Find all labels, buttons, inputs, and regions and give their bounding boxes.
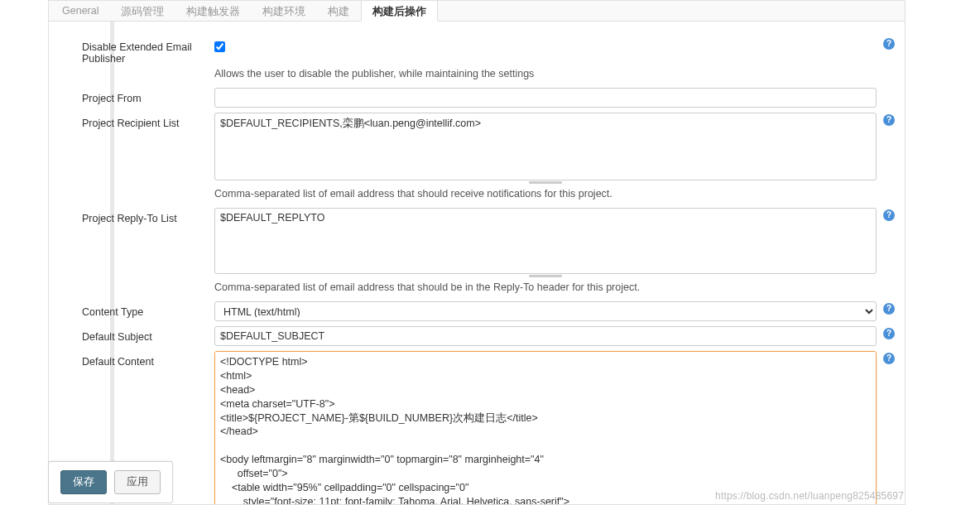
help-icon[interactable] [883, 353, 895, 364]
help-icon[interactable] [883, 114, 895, 126]
recipient-list-label: Project Recipient List [49, 113, 214, 129]
tab-build[interactable]: 构建 [317, 1, 361, 21]
help-icon[interactable] [883, 209, 895, 221]
watermark-text: https://blog.csdn.net/luanpeng825485697 [715, 490, 904, 502]
project-from-label: Project From [49, 88, 214, 104]
default-subject-input[interactable] [214, 326, 877, 346]
disable-publisher-checkbox[interactable] [214, 41, 225, 52]
tab-triggers[interactable]: 构建触发器 [175, 1, 252, 21]
default-subject-label: Default Subject [49, 326, 214, 343]
help-icon[interactable] [883, 303, 895, 315]
tab-scm[interactable]: 源码管理 [110, 1, 175, 21]
replyto-list-textarea[interactable]: $DEFAULT_REPLYTO [214, 208, 877, 274]
default-content-textarea[interactable]: <!DOCTYPE html> <html> <head> <meta char… [214, 351, 877, 504]
tab-bar: General 源码管理 构建触发器 构建环境 构建 构建后操作 [49, 1, 905, 22]
content-type-label: Content Type [49, 301, 214, 318]
project-from-input[interactable] [214, 88, 877, 108]
apply-button[interactable]: 应用 [114, 470, 161, 494]
default-content-label: Default Content [49, 351, 214, 368]
disable-publisher-label: Disable Extended Email Publisher [49, 36, 214, 65]
disable-publisher-hint: Allows the user to disable the publisher… [214, 68, 877, 79]
resize-handle-icon[interactable] [529, 181, 562, 184]
tab-post-build[interactable]: 构建后操作 [361, 1, 438, 22]
help-icon[interactable] [883, 38, 895, 50]
resize-handle-icon[interactable] [529, 275, 562, 277]
tab-build-env[interactable]: 构建环境 [252, 1, 317, 21]
button-bar: 保存 应用 [48, 461, 173, 503]
form-area: Disable Extended Email Publisher Allows … [49, 22, 905, 504]
save-button[interactable]: 保存 [60, 470, 107, 494]
help-icon[interactable] [883, 328, 895, 339]
recipient-list-textarea[interactable]: $DEFAULT_RECIPIENTS,栾鹏<luan.peng@intelli… [214, 113, 877, 180]
recipient-list-hint: Comma-separated list of email address th… [214, 188, 877, 200]
replyto-list-hint: Comma-separated list of email address th… [214, 281, 877, 293]
content-type-select[interactable]: HTML (text/html) [214, 301, 877, 321]
replyto-list-label: Project Reply-To List [49, 208, 214, 224]
config-panel: General 源码管理 构建触发器 构建环境 构建 构建后操作 Disable… [48, 0, 906, 505]
tab-general[interactable]: General [49, 1, 110, 21]
